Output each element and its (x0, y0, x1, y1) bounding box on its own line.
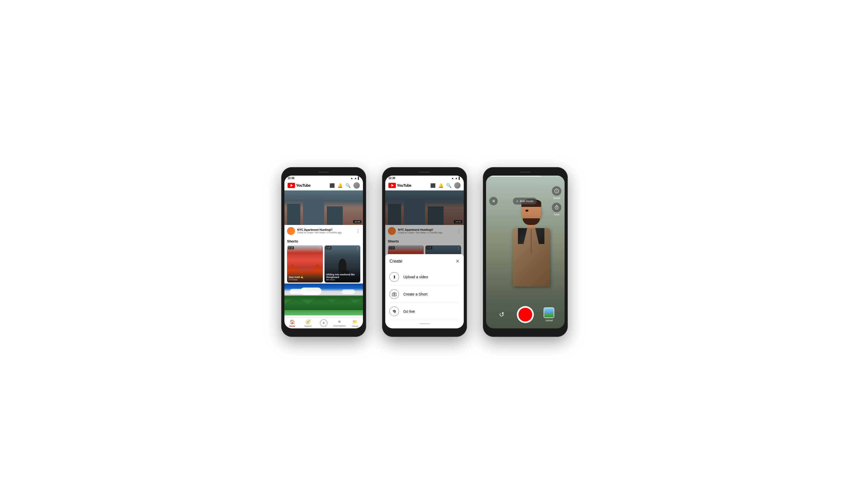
nav-subscriptions-1[interactable]: ≡ Subscriptions (332, 319, 347, 327)
video-meta-1: Coast to Coast • 3M views • 2 months ago (297, 231, 354, 234)
search-icon-1[interactable]: 🔍 (345, 183, 351, 188)
video-more-icon-1[interactable]: ⋮ (356, 229, 360, 234)
short-more-1[interactable]: ⋮ (319, 247, 322, 250)
short-label-1: Stay Gold 🤙 2.5 views (287, 271, 323, 283)
user-avatar-2[interactable] (454, 182, 460, 188)
camera-bottom-controls: ↺ Upload (486, 306, 564, 323)
speed-label: Speed (553, 197, 560, 199)
music-icon: ♫ (516, 199, 519, 203)
phone-bottom-bar-1 (316, 330, 332, 334)
yt-logo-text-2: YouTube (397, 183, 411, 187)
phone-screen-3: ✕ ♫ Add music Speed (486, 176, 564, 328)
live-icon (390, 307, 399, 316)
upload-thumbnail (544, 307, 554, 318)
status-time-2: 12:30 (389, 177, 395, 180)
upload-video-item[interactable]: ⬆ Upload a video (390, 268, 459, 286)
short-card-1[interactable]: 0:15 ⋮ Stay Gold 🤙 2.5 views (287, 245, 323, 283)
status-icons-1: ▲ ▲ ▌ (350, 177, 360, 180)
nav-library-label-1: Library (352, 325, 358, 327)
library-icon-1: 📁 (353, 319, 358, 324)
phones-container: 12:30 ▲ ▲ ▌ YouTube ⬛ 🔔 🔍 (281, 167, 568, 337)
speed-control[interactable]: Speed (552, 186, 561, 199)
shorts-title-1: Shorts (287, 239, 360, 243)
nav-explore-label-1: Explore (304, 325, 311, 327)
signal-icon-2: ▲ (451, 177, 454, 180)
search-icon-2[interactable]: 🔍 (446, 183, 452, 188)
camera-right-controls: Speed Timer (552, 186, 561, 216)
nav-home-label-1: Home (289, 325, 295, 327)
short-more-2[interactable]: ⋮ (356, 247, 359, 250)
phone-screen-2: 12:30 ▲ ▲ ▌ YouTube ⬛ 🔔 🔍 (385, 176, 464, 328)
featured-video-thumb-1[interactable]: 10:00 (285, 191, 363, 225)
bell-icon-2[interactable]: 🔔 (438, 183, 444, 188)
wifi-icon-1: ▲ (354, 177, 357, 180)
speed-icon (552, 186, 561, 196)
record-inner (519, 308, 532, 322)
modal-title: Create (390, 259, 402, 264)
create-modal: Create ✕ ⬆ Upload a video (385, 254, 464, 328)
flip-icon: ↺ (499, 311, 504, 318)
status-bar-1: 12:30 ▲ ▲ ▌ (285, 176, 363, 181)
phone-screen-1: 12:30 ▲ ▲ ▌ YouTube ⬛ 🔔 🔍 (285, 176, 363, 328)
cast-icon-1[interactable]: ⬛ (329, 183, 335, 188)
yt-logo-1: YouTube (288, 183, 310, 188)
bell-icon-1[interactable]: 🔔 (338, 183, 343, 188)
phone-notch-1 (313, 170, 334, 174)
yt-logo-icon-1 (288, 183, 295, 188)
status-bar-2: 12:30 ▲ ▲ ▌ (385, 176, 464, 181)
timer-control[interactable]: Timer (552, 203, 561, 216)
user-avatar-1[interactable] (354, 182, 360, 188)
create-button-1[interactable]: + (320, 319, 327, 327)
signal-icon-1: ▲ (350, 177, 353, 180)
modal-bottom-bar (419, 323, 430, 324)
add-music-label: Add music (520, 199, 534, 203)
svg-point-1 (394, 294, 395, 295)
upload-icon: ⬆ (390, 272, 399, 282)
cast-icon-2[interactable]: ⬛ (430, 183, 436, 188)
yt-logo-text-1: YouTube (296, 183, 310, 187)
wifi-icon-2: ▲ (455, 177, 458, 180)
go-live-item[interactable]: Go live (390, 303, 459, 320)
short-duration-1: 0:15 (288, 247, 294, 249)
short-duration-2: 0:28 (326, 247, 331, 249)
timer-label: Timer (554, 213, 560, 216)
camera-close-btn[interactable]: ✕ (489, 197, 498, 205)
nav-create-1[interactable]: + (316, 319, 331, 327)
header-icons-1: ⬛ 🔔 🔍 (329, 182, 360, 188)
battery-icon-2: ▌ (459, 177, 460, 180)
modal-close-btn[interactable]: ✕ (455, 258, 459, 264)
phone-notch-2 (414, 170, 435, 174)
video-info-1: NYC Apartment Hunting!! Coast to Coast •… (285, 225, 363, 237)
add-music-button[interactable]: ♫ Add music (513, 198, 537, 204)
landscape-thumb-1[interactable] (285, 284, 363, 316)
camera-icon (390, 289, 399, 299)
youtube-header-1: YouTube ⬛ 🔔 🔍 (285, 181, 363, 191)
svg-point-2 (394, 311, 395, 312)
nav-home-1[interactable]: 🏠 Home (285, 319, 300, 327)
upload-video-label: Upload a video (403, 275, 428, 279)
video-duration-1: 10:00 (353, 220, 361, 223)
nav-explore-1[interactable]: 🧭 Explore (300, 319, 316, 327)
upload-button-camera[interactable]: Upload (544, 307, 554, 322)
channel-avatar-1 (287, 227, 295, 235)
timer-icon (552, 203, 561, 212)
svg-rect-0 (392, 293, 396, 296)
phone-2: 12:30 ▲ ▲ ▌ YouTube ⬛ 🔔 🔍 (382, 167, 467, 337)
short-card-2[interactable]: 0:28 ⋮ Gliding into weekend like #longbo… (324, 245, 360, 283)
modal-header: Create ✕ (390, 258, 459, 264)
header-icons-2: ⬛ 🔔 🔍 (430, 182, 460, 188)
short-label-2: Gliding into weekend like #longboard 3M … (324, 268, 360, 283)
phone-1: 12:30 ▲ ▲ ▌ YouTube ⬛ 🔔 🔍 (281, 167, 366, 337)
phone-bottom-bar-2 (417, 330, 432, 334)
create-short-item[interactable]: Create a Short (390, 286, 459, 303)
create-short-label: Create a Short (403, 292, 428, 296)
nav-library-1[interactable]: 📁 Library (347, 319, 363, 327)
record-button[interactable] (517, 306, 534, 323)
go-live-label: Go live (403, 309, 415, 313)
upload-label-camera: Upload (545, 319, 553, 322)
camera-flip-btn[interactable]: ↺ (496, 309, 507, 320)
video-thumb-content-1 (285, 191, 363, 225)
close-icon-camera: ✕ (492, 199, 495, 204)
youtube-header-2: YouTube ⬛ 🔔 🔍 (385, 181, 464, 191)
nav-subs-label-1: Subscriptions (333, 325, 346, 327)
